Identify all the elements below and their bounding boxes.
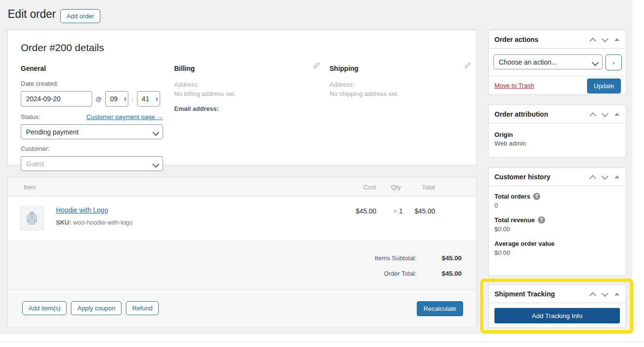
move-panel-down-icon[interactable] xyxy=(601,290,609,298)
shipment-tracking-header: Shipment Tracking xyxy=(489,285,626,303)
customer-history-title: Customer history xyxy=(494,173,550,181)
order-totals: Items Subtotal: $45.00 Order Total: $45.… xyxy=(8,240,476,290)
total-revenue-label: Total revenue xyxy=(494,216,535,224)
order-attribution-header: Order attribution xyxy=(489,105,626,123)
refund-button[interactable]: Refund xyxy=(126,301,159,315)
shipment-tracking-panel: Shipment Tracking Add Tracking Info xyxy=(488,284,626,328)
edit-billing-icon[interactable] xyxy=(313,62,320,70)
total-revenue-stat: Total revenue ? $0.00 xyxy=(494,216,620,233)
total-revenue-value: $0.00 xyxy=(494,226,620,233)
date-value: 2024-09-20 xyxy=(26,95,61,103)
help-icon[interactable]: ? xyxy=(533,193,540,200)
customer-payment-page-link[interactable]: Customer payment page → xyxy=(86,113,163,120)
status-select[interactable]: Pending payment xyxy=(21,124,163,139)
qty-value: 1 xyxy=(399,207,403,215)
general-heading: General xyxy=(21,65,163,72)
move-panel-up-icon[interactable] xyxy=(589,173,597,181)
minute-value: 41 xyxy=(142,95,150,103)
order-total-row: Order Total: $45.00 xyxy=(317,270,462,277)
customer-label: Customer: xyxy=(21,145,50,152)
add-items-button[interactable]: Add item(s) xyxy=(22,301,67,315)
order-action-value: Choose an action... xyxy=(499,58,557,66)
recalculate-button[interactable]: Recalculate xyxy=(417,301,463,316)
collapse-panel-icon[interactable] xyxy=(613,290,621,298)
subtotal-row: Items Subtotal: $45.00 xyxy=(317,254,462,262)
order-total-label: Order Total: xyxy=(384,270,417,277)
qty-times: × xyxy=(393,207,397,215)
order-actions-panel: Order actions Choose an action... › Move… xyxy=(488,30,626,95)
order-details-title: Order #200 details xyxy=(21,42,104,53)
order-total-value: $45.00 xyxy=(418,270,462,277)
minute-down-icon[interactable]: ▾ xyxy=(156,99,158,101)
status-label: Status: xyxy=(21,113,40,120)
billing-section: Billing Address: No billing address set.… xyxy=(174,65,319,112)
time-separator: : xyxy=(132,95,134,103)
apply-coupon-button[interactable]: Apply coupon xyxy=(71,301,122,315)
customer-select[interactable]: Guest xyxy=(21,156,163,171)
hour-down-icon[interactable]: ▾ xyxy=(124,99,126,101)
origin-label: Origin xyxy=(494,131,620,138)
help-icon[interactable]: ? xyxy=(538,216,545,224)
collapse-panel-icon[interactable] xyxy=(613,110,621,118)
add-order-button[interactable]: Add order xyxy=(60,9,100,23)
move-panel-up-icon[interactable] xyxy=(589,290,597,298)
apply-action-button[interactable]: › xyxy=(605,54,622,70)
hour-input[interactable]: 09 ▴▾ xyxy=(105,91,128,107)
collapse-panel-icon[interactable] xyxy=(613,36,621,43)
table-row: Hoodie with Logo SKU: woo-hoodie-with-lo… xyxy=(8,197,476,240)
move-panel-up-icon[interactable] xyxy=(589,110,597,118)
edit-shipping-icon[interactable] xyxy=(464,62,471,70)
item-total: $45.00 xyxy=(414,207,435,215)
hoodie-image xyxy=(24,210,40,227)
move-panel-up-icon[interactable] xyxy=(589,36,597,43)
billing-heading: Billing xyxy=(174,65,319,72)
status-value: Pending payment xyxy=(26,128,79,136)
subtotal-value: $45.00 xyxy=(418,254,462,262)
customer-history-header: Customer history xyxy=(489,168,626,186)
move-panel-down-icon[interactable] xyxy=(601,36,609,43)
items-footer: Add item(s) Apply coupon Refund Recalcul… xyxy=(8,290,476,326)
minute-spinner[interactable]: ▴▾ xyxy=(156,96,158,101)
total-orders-label: Total orders xyxy=(494,193,530,200)
product-sku: SKU: woo-hoodie-with-logo xyxy=(56,219,133,226)
total-orders-value: 0 xyxy=(494,202,620,209)
hour-value: 09 xyxy=(110,95,118,103)
minute-input[interactable]: 41 ▴▾ xyxy=(137,91,160,107)
add-tracking-info-button[interactable]: Add Tracking Info xyxy=(494,308,620,323)
product-name-link[interactable]: Hoodie with Logo xyxy=(56,206,108,214)
collapse-panel-icon[interactable] xyxy=(613,173,621,181)
page-title: Edit order xyxy=(8,8,56,21)
column-qty: Qty xyxy=(391,184,401,191)
footer-divider xyxy=(0,342,644,342)
update-button[interactable]: Update xyxy=(587,79,621,93)
customer-history-panel: Customer history Total orders ? 0 Total … xyxy=(488,167,626,276)
items-table-header: Item Cost Qty Total xyxy=(8,177,476,197)
product-thumbnail[interactable] xyxy=(20,206,44,230)
chevron-down-icon xyxy=(153,162,158,167)
shipping-section: Shipping Address: No shipping address se… xyxy=(329,65,472,97)
order-actions-footer: Move to Trash Update xyxy=(489,76,626,95)
date-created-input[interactable]: 2024-09-20 xyxy=(21,91,92,107)
move-panel-down-icon[interactable] xyxy=(601,173,609,181)
shipping-address-label: Address: xyxy=(329,81,354,88)
average-order-value-value: $0.00 xyxy=(494,249,620,256)
order-action-select[interactable]: Choose an action... xyxy=(493,54,603,69)
order-actions-header: Order actions xyxy=(489,30,626,49)
order-details-card: Order #200 details General Date created:… xyxy=(7,30,477,165)
column-item: Item xyxy=(24,184,36,191)
sku-label: SKU: xyxy=(56,219,71,226)
shipping-heading: Shipping xyxy=(329,65,472,72)
move-panel-down-icon[interactable] xyxy=(601,110,609,118)
column-total: Total xyxy=(422,184,435,191)
billing-address-value: No billing address set. xyxy=(174,90,236,97)
chevron-down-icon xyxy=(592,60,598,66)
move-to-trash-link[interactable]: Move to Trash xyxy=(494,82,534,89)
total-orders-stat: Total orders ? 0 xyxy=(494,193,620,209)
billing-email-label: Email address: xyxy=(174,105,219,112)
sku-value: woo-hoodie-with-logo xyxy=(73,219,133,226)
general-section: General Date created: 2024-09-20 @ 09 ▴▾… xyxy=(21,65,163,171)
at-symbol: @ xyxy=(96,95,102,103)
hour-spinner[interactable]: ▴▾ xyxy=(124,96,126,101)
order-actions-title: Order actions xyxy=(494,36,538,43)
order-attribution-panel: Order attribution Origin Web admin xyxy=(488,105,626,158)
